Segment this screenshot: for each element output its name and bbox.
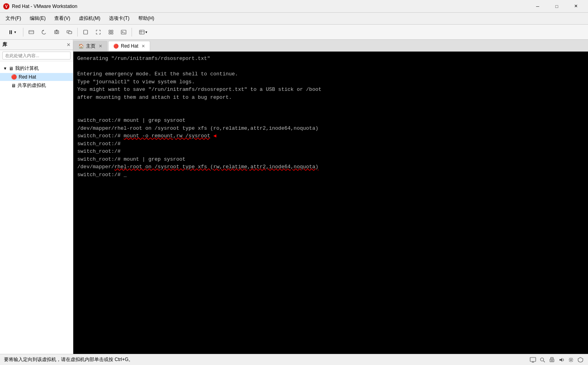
svg-rect-14 (84, 30, 88, 34)
maximize-button[interactable]: □ (548, 0, 566, 13)
pause-button[interactable]: ⏸ ▾ (3, 27, 21, 38)
sidebar-search-input[interactable] (2, 52, 71, 60)
shared-vms-item[interactable]: 🖥 共享的虚拟机 (0, 81, 73, 90)
red-hat-label: Red Hat (19, 74, 36, 80)
magnify-status-icon[interactable] (539, 356, 546, 363)
sidebar: 库 ✕ ▼ 🖥 我的计算机 🔴 Red Hat 🖥 共享的虚拟机 (0, 40, 73, 354)
my-computer-header[interactable]: ▼ 🖥 我的计算机 (0, 64, 73, 73)
svg-text:V: V (5, 4, 8, 9)
content-area: 🏠 主页 ✕ 🔴 Red Hat ✕ Generating "/run/init… (73, 40, 588, 354)
terminal-screen[interactable]: Generating "/run/initramfs/rdsosreport.t… (73, 52, 588, 354)
terminal-line-16: switch_root:/# _ (77, 171, 584, 179)
shared-vms-label: 共享的虚拟机 (17, 82, 46, 89)
cmd-2: mount -o remount,rw /sysroot (124, 133, 210, 139)
cmd-1: mount | grep sysroot (124, 117, 185, 123)
sidebar-header: 库 ✕ (0, 40, 73, 50)
terminal-line-5: You might want to save "/run/initramfs/r… (77, 86, 584, 94)
app-icon: V (3, 3, 10, 10)
shared-icon: 🖥 (11, 83, 16, 88)
tab-redhat-close[interactable]: ✕ (141, 44, 145, 49)
toolbar-sep-2 (77, 28, 78, 36)
tab-redhat[interactable]: 🔴 Red Hat ✕ (108, 41, 150, 51)
red-hat-item[interactable]: 🔴 Red Hat (0, 73, 73, 81)
view-options-button[interactable]: ▾ (134, 27, 152, 38)
snapshot-icon (54, 29, 59, 35)
svg-line-28 (544, 361, 545, 362)
monitor-status-icon[interactable] (529, 356, 536, 363)
fit-button[interactable] (80, 27, 91, 38)
vm-icon: 🔴 (11, 74, 17, 80)
minimize-button[interactable]: ─ (529, 0, 547, 13)
snapshot-manager-button[interactable] (64, 27, 75, 38)
computer-icon: 🖥 (9, 66, 13, 71)
my-computer-chevron: ▼ (3, 66, 7, 71)
terminal-line-12: switch_root:/# (77, 140, 584, 148)
unity-button[interactable] (105, 27, 116, 38)
cursor: _ (124, 172, 127, 178)
volume-status-icon[interactable] (558, 356, 565, 363)
pause-icon: ⏸ (8, 29, 13, 35)
keyboard-icon (29, 29, 34, 35)
tab-home-label: 主页 (86, 43, 95, 50)
svg-rect-21 (139, 30, 144, 34)
print-status-icon[interactable] (548, 356, 556, 363)
prompt-3: switch_root:/# (77, 156, 124, 162)
full-screen-button[interactable] (93, 27, 104, 38)
terminal-button[interactable] (118, 27, 129, 38)
sidebar-search-area (0, 50, 73, 61)
terminal-line-7 (77, 101, 584, 109)
svg-rect-17 (109, 33, 111, 34)
svg-rect-15 (109, 30, 111, 32)
prompt-2: switch_root:/# (77, 133, 124, 139)
tab-redhat-label: Red Hat (121, 43, 138, 49)
terminal-line-2 (77, 63, 584, 71)
terminal-line-8 (77, 109, 584, 117)
revert-button[interactable] (38, 27, 50, 38)
shield-status-icon[interactable] (577, 356, 584, 363)
svg-marker-33 (559, 358, 562, 362)
terminal-line-9: switch_root:/# mount | grep sysroot (77, 117, 584, 125)
svg-rect-11 (56, 30, 57, 31)
tab-vm-icon: 🔴 (113, 44, 119, 49)
statusbar: 要将输入定向到该虚拟机，请在虚拟机内部单击或按 Ctrl+G。 (0, 354, 588, 365)
terminal-icon (121, 29, 126, 35)
menu-edit[interactable]: 编辑(E) (26, 13, 50, 23)
unity-icon (108, 29, 114, 35)
fullscreen-icon (95, 29, 101, 35)
home-icon: 🏠 (78, 44, 84, 49)
revert-icon (41, 29, 47, 35)
line-15-1: /dev/mapper/ (77, 164, 115, 170)
svg-point-34 (570, 359, 572, 361)
send-ctrlaltdel-button[interactable] (26, 27, 37, 38)
svg-rect-24 (530, 357, 536, 361)
svg-rect-18 (111, 33, 113, 34)
svg-rect-13 (69, 31, 72, 34)
menu-vm[interactable]: 虚拟机(M) (75, 13, 104, 23)
settings-status-icon[interactable] (567, 356, 575, 363)
tab-home[interactable]: 🏠 主页 ✕ (73, 41, 107, 51)
statusbar-hint: 要将输入定向到该虚拟机，请在虚拟机内部单击或按 Ctrl+G。 (4, 356, 133, 363)
window-controls: ─ □ ✕ (529, 0, 585, 13)
sidebar-tree: ▼ 🖥 我的计算机 🔴 Red Hat 🖥 共享的虚拟机 (0, 61, 73, 354)
toolbar-sep-1 (23, 28, 23, 36)
snapshot-button[interactable] (51, 27, 62, 38)
menu-help[interactable]: 帮助(H) (134, 13, 158, 23)
toolbar: ⏸ ▾ (0, 25, 588, 40)
menu-file[interactable]: 文件(F) (2, 13, 25, 23)
menu-view[interactable]: 查看(V) (50, 13, 74, 23)
terminal-line-11: switch_root:/# mount -o remount,rw /sysr… (77, 132, 584, 140)
tab-home-close[interactable]: ✕ (99, 44, 102, 49)
terminal-line-13: switch_root:/# (77, 148, 584, 156)
snapshot-manager-icon (67, 29, 72, 35)
terminal-line-10: /dev/mapper/rhel-root on /sysroot type x… (77, 125, 584, 133)
line-15-underline: rhel-root on /sysroot type xfs (rw,relat… (115, 164, 319, 170)
sidebar-close-button[interactable]: ✕ (67, 42, 71, 48)
prompt-1: switch_root:/# (77, 117, 124, 123)
cmd-3: mount | grep sysroot (124, 156, 185, 162)
cmd-2-arrow: ◀ (210, 133, 216, 139)
menu-tabs[interactable]: 选项卡(T) (105, 13, 133, 23)
close-button[interactable]: ✕ (567, 0, 585, 13)
titlebar: V Red Hat - VMware Workstation ─ □ ✕ (0, 0, 588, 13)
terminal-line-1: Generating "/run/initramfs/rdsosreport.t… (77, 55, 584, 63)
my-computer-group: ▼ 🖥 我的计算机 🔴 Red Hat 🖥 共享的虚拟机 (0, 63, 73, 91)
